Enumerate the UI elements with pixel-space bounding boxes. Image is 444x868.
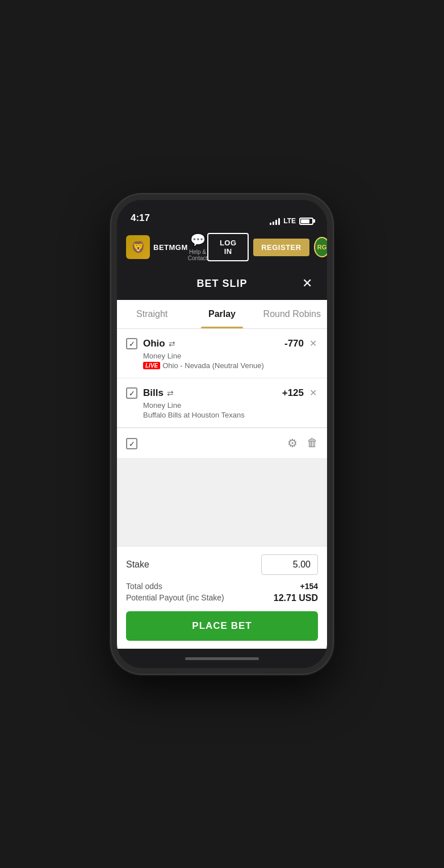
bet-game-text-bills: Buffalo Bills at Houston Texans	[143, 411, 245, 419]
remove-ohio-button[interactable]: ✕	[308, 337, 318, 350]
parlay-checkbox[interactable]: ✓	[126, 438, 137, 449]
header-right: LOG IN REGISTER RG	[207, 233, 330, 261]
notch	[177, 200, 267, 217]
battery-icon	[299, 218, 313, 225]
signal-bar-3	[275, 220, 277, 225]
bet-team-name-bills: Bills	[143, 387, 164, 399]
odds-row: Total odds +154	[126, 582, 318, 591]
parlay-actions: ⚙ 🗑	[287, 436, 318, 450]
tabs-container: Straight Parlay Round Robins	[117, 300, 327, 329]
status-time: 4:17	[131, 212, 150, 225]
bet-info-ohio: Ohio ⇄ -770 ✕ Money Line LIVE Ohio - Nev…	[143, 337, 318, 370]
rg-badge: RG	[314, 237, 330, 257]
bet-line-ohio: Money Line	[143, 352, 318, 360]
bet-game-text-ohio: Ohio - Nevada (Neutral Venue)	[162, 361, 263, 370]
bet-checkbox-bills[interactable]: ✓	[126, 387, 137, 399]
bet-item-bills: ✓ Bills ⇄ +125 ✕ Money Line	[117, 378, 327, 428]
register-button[interactable]: REGISTER	[253, 239, 309, 256]
logo-area: 🦁 BETMGM	[126, 235, 188, 259]
bets-list: ✓ Ohio ⇄ -770 ✕ Money Line L	[117, 329, 327, 458]
payout-row: Potential Payout (inc Stake) 12.71 USD	[126, 593, 318, 603]
settings-icon[interactable]: ⚙	[287, 436, 298, 450]
bet-game-bills: Buffalo Bills at Houston Texans	[143, 411, 318, 419]
payout-value: 12.71 USD	[274, 593, 318, 603]
bet-slip-header: BET SLIP ✕	[117, 267, 327, 300]
signal-bars	[270, 217, 280, 225]
total-odds-value: +154	[300, 582, 318, 591]
battery-fill	[301, 219, 309, 223]
signal-bar-2	[273, 222, 274, 225]
bet-team-row-ohio: Ohio ⇄ -770 ✕	[143, 337, 318, 350]
bet-item-ohio: ✓ Ohio ⇄ -770 ✕ Money Line L	[117, 329, 327, 378]
phone-frame: 4:17 LTE 🦁 BETMGM 💬 Help & Contact LOG I…	[111, 194, 333, 674]
remove-bills-button[interactable]: ✕	[308, 386, 318, 399]
payout-label: Potential Payout (inc Stake)	[126, 593, 224, 603]
parlay-left: ✓	[126, 437, 137, 449]
bet-game-ohio: LIVE Ohio - Nevada (Neutral Venue)	[143, 361, 318, 370]
help-contact-button[interactable]: 💬 Help & Contact	[188, 233, 207, 261]
home-indicator	[117, 649, 327, 668]
swap-icon-bills[interactable]: ⇄	[167, 389, 174, 398]
close-button[interactable]: ✕	[299, 275, 316, 292]
tab-parlay[interactable]: Parlay	[187, 300, 257, 328]
bet-odds-bills: +125	[282, 387, 304, 399]
bet-info-bills: Bills ⇄ +125 ✕ Money Line Buffalo Bills …	[143, 386, 318, 419]
tab-straight[interactable]: Straight	[117, 300, 187, 328]
bet-team-ohio: Ohio ⇄	[143, 338, 175, 349]
status-icons: LTE	[270, 217, 313, 225]
app-header: 🦁 BETMGM 💬 Help & Contact LOG IN REGISTE…	[117, 228, 327, 267]
bet-team-bills: Bills ⇄	[143, 387, 174, 399]
logo-text: BETMGM	[153, 243, 188, 252]
bet-slip-title: BET SLIP	[145, 278, 299, 290]
bet-checkbox-ohio[interactable]: ✓	[126, 338, 137, 349]
place-bet-button[interactable]: PLACE BET	[126, 611, 318, 641]
empty-space	[117, 458, 327, 546]
live-badge-ohio: LIVE	[143, 362, 160, 369]
bet-odds-row-ohio: -770 ✕	[284, 337, 318, 350]
betmgm-logo-icon: 🦁	[126, 235, 150, 259]
chat-icon: 💬	[190, 233, 206, 248]
trash-icon[interactable]: 🗑	[307, 436, 318, 450]
total-odds-label: Total odds	[126, 582, 162, 591]
stake-row: Stake	[126, 554, 318, 575]
stake-input[interactable]	[261, 554, 318, 575]
bet-team-name-ohio: Ohio	[143, 338, 165, 349]
bet-team-row-bills: Bills ⇄ +125 ✕	[143, 386, 318, 399]
signal-bar-1	[270, 223, 271, 225]
signal-bar-4	[278, 218, 280, 225]
help-contact-label: Help & Contact	[188, 249, 207, 261]
login-button[interactable]: LOG IN	[207, 233, 249, 261]
bet-footer: Stake Total odds +154 Potential Payout (…	[117, 546, 327, 649]
bet-slip-container: BET SLIP ✕ Straight Parlay Round Robins …	[117, 267, 327, 649]
carrier-label: LTE	[283, 217, 296, 225]
bet-odds-row-bills: +125 ✕	[282, 386, 318, 399]
bet-line-bills: Money Line	[143, 401, 318, 410]
home-bar	[185, 657, 259, 660]
parlay-row: ✓ ⚙ 🗑	[117, 428, 327, 458]
swap-icon-ohio[interactable]: ⇄	[169, 339, 175, 348]
stake-label: Stake	[126, 560, 149, 570]
bet-odds-ohio: -770	[284, 338, 304, 349]
tab-round-robins[interactable]: Round Robins	[257, 300, 327, 328]
